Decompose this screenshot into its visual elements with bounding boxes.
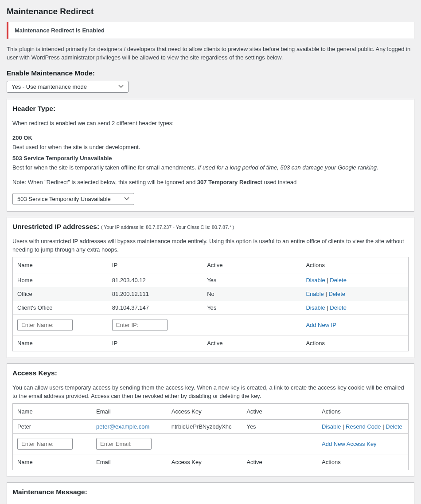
message-panel: Maintenance Message: You have three opti… — [7, 482, 414, 504]
keys-col-active-foot: Active — [242, 454, 317, 470]
keys-row-name: Peter — [13, 419, 92, 433]
keys-delete-link[interactable]: Delete — [386, 423, 402, 430]
keys-add-email-input[interactable] — [96, 438, 152, 450]
header-type-panel: Header Type: When redirect is enabled we… — [7, 99, 414, 212]
ip-col-actions: Actions — [301, 257, 408, 273]
ip-toggle-link[interactable]: Disable — [306, 277, 325, 284]
ip-table: Name IP Active Actions Home 81.203.40.12… — [12, 257, 409, 351]
ip-col-ip-foot: IP — [108, 335, 203, 351]
header-type-intro: When redirect is enabled we can send 2 d… — [12, 119, 409, 128]
ip-row-active: Yes — [203, 301, 301, 315]
message-heading: Maintenance Message: — [12, 488, 409, 496]
ip-row-active: Yes — [203, 273, 301, 287]
ip-delete-link[interactable]: Delete — [328, 291, 345, 297]
ip-col-active-foot: Active — [203, 335, 301, 351]
ip-col-active: Active — [203, 257, 301, 273]
ip-row-active: No — [203, 287, 301, 301]
header-200-desc: Best used for when the site is under dev… — [12, 143, 409, 152]
ip-desc: Users with unrestricted IP addresses wil… — [12, 237, 409, 254]
keys-col-email-foot: Email — [92, 454, 167, 470]
header-type-select[interactable]: 503 Service Temporarily Unavailable — [12, 193, 134, 205]
keys-add-name-input[interactable] — [17, 438, 73, 450]
keys-toggle-link[interactable]: Disable — [322, 423, 341, 430]
message-desc: You have three options for how to specif… — [12, 502, 409, 504]
keys-row-email-link[interactable]: peter@example.com — [96, 423, 149, 430]
header-503-desc: Best for when the site is temporarily ta… — [12, 163, 409, 172]
keys-row-key: ntrbicUePrBNyzbdyXhc — [167, 419, 242, 433]
ip-info: ( Your IP address is: 80.7.87.237 - Your… — [101, 224, 234, 230]
ip-col-actions-foot: Actions — [301, 335, 408, 351]
ip-row-name: Home — [13, 273, 108, 287]
keys-col-active: Active — [242, 403, 317, 419]
keys-add-row: Add New Access Key — [13, 433, 409, 454]
ip-toggle-link[interactable]: Enable — [306, 291, 324, 297]
ip-row-ip: 81.203.40.12 — [108, 273, 203, 287]
keys-col-actions-foot: Actions — [317, 454, 408, 470]
ip-add-row: Add New IP — [13, 315, 409, 335]
ip-col-name-foot: Name — [13, 335, 108, 351]
ip-row-ip: 81.200.12.111 — [108, 287, 203, 301]
header-note: Note: When "Redirect" is selected below,… — [12, 178, 409, 187]
keys-panel: Access Keys: You can allow users tempora… — [7, 363, 414, 477]
keys-resend-link[interactable]: Resend Code — [346, 423, 381, 430]
keys-col-key: Access Key — [167, 403, 242, 419]
enable-mode-select[interactable]: Yes - Use maintenance mode — [7, 81, 129, 93]
ip-panel: Unrestricted IP addresses: ( Your IP add… — [7, 217, 414, 358]
keys-table: Name Email Access Key Active Actions Pet… — [12, 403, 409, 470]
header-type-heading: Header Type: — [12, 105, 409, 113]
ip-row: Home 81.203.40.12 Yes Disable | Delete — [13, 273, 409, 287]
plugin-description: This plugin is intended primarily for de… — [7, 45, 414, 62]
header-200-title: 200 OK — [12, 134, 409, 142]
enable-mode-heading: Enable Maintenance Mode: — [7, 69, 414, 77]
page-title: Maintenance Redirect — [7, 7, 414, 16]
keys-desc: You can allow users temporary access by … — [12, 383, 409, 401]
ip-toggle-link[interactable]: Disable — [306, 304, 325, 311]
keys-col-email: Email — [92, 403, 167, 419]
add-new-key-link[interactable]: Add New Access Key — [322, 441, 377, 447]
ip-row-name: Client's Office — [13, 301, 108, 315]
ip-delete-link[interactable]: Delete — [330, 277, 347, 284]
ip-row-ip: 89.104.37.147 — [108, 301, 203, 315]
ip-delete-link[interactable]: Delete — [330, 304, 347, 311]
enabled-notice: Maintenance Redirect is Enabled — [7, 22, 414, 39]
ip-row-name: Office — [13, 287, 108, 301]
ip-col-name: Name — [13, 257, 108, 273]
keys-row: Peter peter@example.com ntrbicUePrBNyzbd… — [13, 419, 409, 433]
ip-col-ip: IP — [108, 257, 203, 273]
keys-heading: Access Keys: — [12, 369, 409, 377]
keys-row-active: Yes — [242, 419, 317, 433]
ip-add-ip-input[interactable] — [112, 319, 168, 331]
ip-heading: Unrestricted IP addresses: — [12, 223, 99, 230]
keys-col-name-foot: Name — [13, 454, 92, 470]
keys-col-name: Name — [13, 403, 92, 419]
add-new-ip-link[interactable]: Add New IP — [306, 322, 336, 328]
header-503-title: 503 Service Temporarily Unavailable — [12, 154, 409, 163]
keys-col-actions: Actions — [317, 403, 408, 419]
ip-row: Client's Office 89.104.37.147 Yes Disabl… — [13, 301, 409, 315]
ip-row: Office 81.200.12.111 No Enable | Delete — [13, 287, 409, 301]
keys-col-key-foot: Access Key — [167, 454, 242, 470]
ip-add-name-input[interactable] — [17, 319, 73, 331]
